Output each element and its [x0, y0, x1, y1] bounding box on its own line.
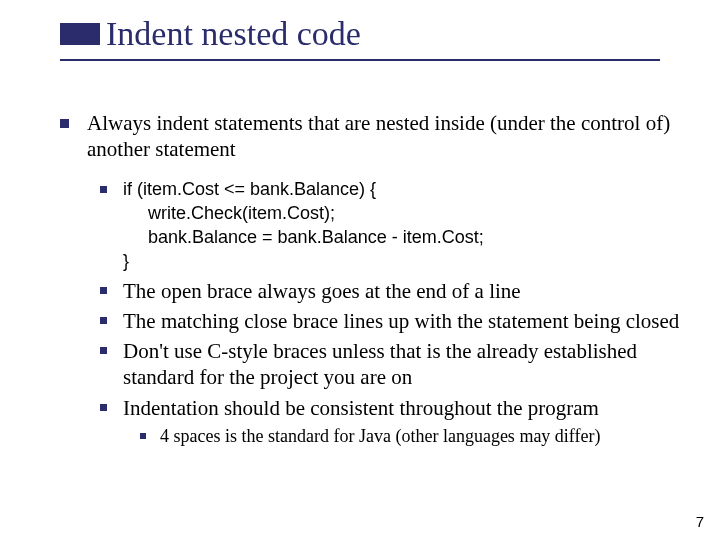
square-bullet-icon: [100, 186, 107, 193]
bullet-text: The matching close brace lines up with t…: [123, 308, 680, 334]
slide-body: Always indent statements that are nested…: [60, 110, 680, 451]
bullet-text: The open brace always goes at the end of…: [123, 278, 680, 304]
square-bullet-icon: [100, 404, 107, 411]
bullet-text: Indentation should be consistent through…: [123, 395, 680, 421]
bullet-level-2: Don't use C-style braces unless that is …: [100, 338, 680, 391]
page-number: 7: [696, 513, 704, 530]
bullet-text: 4 spaces is the standard for Java (other…: [160, 425, 680, 448]
bullet-level-2: The open brace always goes at the end of…: [100, 278, 680, 304]
square-bullet-icon: [100, 317, 107, 324]
bullet-level-2-code: if (item.Cost <= bank.Balance) { write.C…: [100, 177, 680, 274]
bullet-level-2: The matching close brace lines up with t…: [100, 308, 680, 334]
square-bullet-icon: [140, 433, 146, 439]
bullet-text: Always indent statements that are nested…: [87, 110, 680, 163]
code-block: if (item.Cost <= bank.Balance) { write.C…: [123, 177, 680, 274]
bullet-level-3: 4 spaces is the standard for Java (other…: [140, 425, 680, 448]
square-bullet-icon: [100, 287, 107, 294]
square-bullet-icon: [100, 347, 107, 354]
slide-title: Indent nested code: [106, 15, 361, 52]
title-accent-bar: [60, 23, 100, 45]
title-underline: [60, 59, 660, 61]
bullet-level-1: Always indent statements that are nested…: [60, 110, 680, 163]
square-bullet-icon: [60, 119, 69, 128]
bullet-text: Don't use C-style braces unless that is …: [123, 338, 680, 391]
bullet-level-2: Indentation should be consistent through…: [100, 395, 680, 421]
slide-title-area: Indent nested code: [60, 15, 680, 61]
